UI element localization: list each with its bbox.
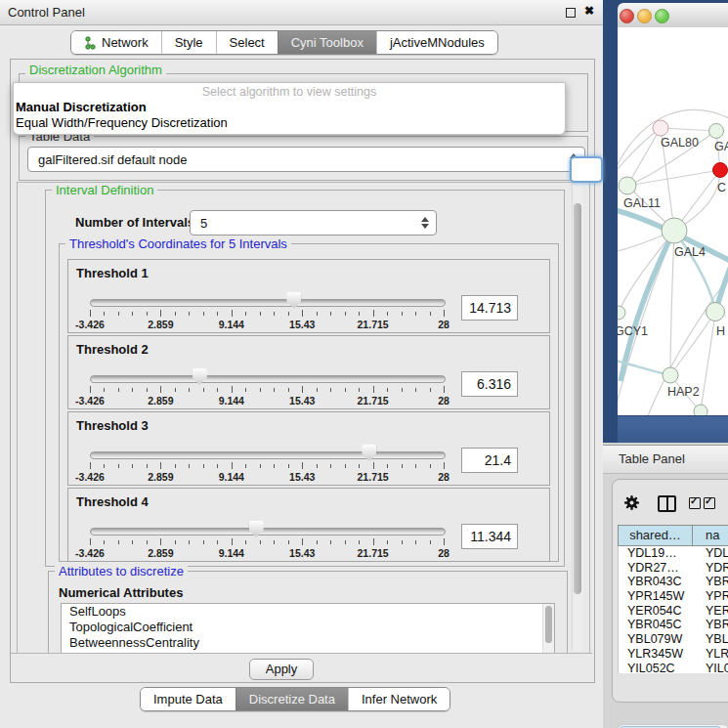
float-icon[interactable]: [566, 8, 576, 18]
checkbox-icon-2[interactable]: [704, 497, 715, 509]
vertical-scrollbar[interactable]: [572, 184, 583, 651]
algorithm-combobox[interactable]: [570, 156, 603, 183]
node-label: GAL4: [674, 245, 706, 259]
cell-name[interactable]: YDR2: [693, 561, 728, 576]
tab-style[interactable]: Style: [161, 31, 216, 54]
numerical-attributes-list[interactable]: SelfLoopsTopologicalCoefficientBetweenne…: [61, 603, 555, 654]
cell-name[interactable]: YBL0: [693, 632, 728, 647]
threshold-3-slider[interactable]: -3.4262.8599.14415.4321.71528: [90, 450, 444, 479]
num-intervals-spinner[interactable]: 5: [190, 210, 437, 236]
cell-shared-name[interactable]: YBR045C: [619, 618, 693, 632]
cell-shared-name[interactable]: YLR345W: [619, 647, 693, 662]
close-traffic-light-icon[interactable]: [620, 9, 634, 23]
table-row[interactable]: YDL19…YDL1: [619, 546, 728, 561]
cell-name[interactable]: YBR0: [693, 618, 728, 632]
cell-shared-name[interactable]: YDR27…: [619, 561, 693, 576]
cell-shared-name[interactable]: YBR043C: [619, 575, 693, 589]
tab-discretize-data[interactable]: Discretize Data: [236, 688, 348, 710]
table-row[interactable]: YBR043CYBR0: [619, 575, 728, 589]
network-node[interactable]: [663, 367, 678, 383]
network-node[interactable]: [694, 405, 707, 415]
vertical-scrollbar-thumb[interactable]: [574, 203, 581, 594]
network-canvas[interactable]: GAL80GACGAL11GAL4GCY1HHAP2: [618, 27, 728, 415]
threshold-4-value-input[interactable]: 11.344: [461, 524, 518, 549]
threshold-1-value-input[interactable]: 14.713: [461, 295, 518, 321]
threshold-4-slider[interactable]: -3.4262.8599.14415.4321.71528: [90, 526, 444, 555]
slider-tick-labels: -3.4262.8599.14415.4321.71528: [90, 319, 444, 330]
columns-icon[interactable]: [658, 495, 676, 512]
slider-track[interactable]: [90, 451, 446, 459]
table-row[interactable]: YER054CYER0: [619, 604, 728, 619]
minimize-traffic-light-icon[interactable]: [637, 9, 652, 23]
cell-shared-name[interactable]: YER054C: [619, 604, 693, 619]
tick-mark: [274, 312, 275, 316]
tab-impute-data[interactable]: Impute Data: [141, 688, 236, 710]
list-scrollbar[interactable]: [542, 604, 554, 653]
cell-shared-name[interactable]: YIL052C: [619, 662, 693, 674]
tick-mark: [118, 540, 119, 544]
tab-infer-network-label: Infer Network: [362, 692, 437, 707]
table-row[interactable]: YBR045CYBR0: [619, 618, 728, 632]
attribute-list-item[interactable]: BetweennessCentrality: [62, 635, 554, 651]
network-node[interactable]: [619, 177, 636, 194]
cell-shared-name[interactable]: YPR145W: [619, 589, 693, 604]
network-edge[interactable]: [621, 231, 674, 381]
column-header-shared-name[interactable]: shared…: [619, 526, 693, 545]
cell-name[interactable]: YPR1: [693, 589, 728, 604]
slider-track[interactable]: [90, 375, 446, 383]
threshold-3-value-input[interactable]: 21.4: [461, 448, 518, 473]
close-icon[interactable]: ✖: [584, 4, 594, 18]
slider-track[interactable]: [90, 528, 446, 535]
slider-tick-labels: -3.4262.8599.14415.4321.71528: [90, 471, 444, 483]
network-node[interactable]: [618, 306, 625, 320]
zoom-traffic-light-icon[interactable]: [655, 9, 669, 23]
popup-option-equal-width[interactable]: Equal Width/Frequency Discretization: [14, 115, 565, 131]
network-window-titlebar[interactable]: [618, 3, 728, 28]
table-row[interactable]: YDR27…YDR2: [619, 561, 728, 576]
cell-shared-name[interactable]: YDL19…: [619, 546, 693, 561]
horizontal-scrollbar[interactable]: [618, 724, 728, 728]
network-node[interactable]: [653, 120, 668, 136]
network-node[interactable]: [707, 303, 725, 321]
cell-name[interactable]: YDL1: [693, 546, 728, 561]
network-edge[interactable]: [661, 128, 716, 131]
list-scrollbar-thumb[interactable]: [545, 606, 552, 643]
network-edge[interactable]: [618, 231, 674, 415]
tab-jactivemnodules[interactable]: jActiveMNodules: [376, 31, 497, 54]
apply-button[interactable]: Apply: [249, 659, 314, 680]
table-row[interactable]: YIL052CYIL0: [619, 662, 728, 674]
network-node[interactable]: [713, 163, 728, 178]
network-edge[interactable]: [627, 170, 720, 186]
tick-mark: [288, 388, 289, 392]
tab-infer-network[interactable]: Infer Network: [348, 688, 450, 710]
checkbox-icon-1[interactable]: [689, 497, 701, 509]
tab-cyni-toolbox[interactable]: Cyni Toolbox: [278, 31, 376, 54]
network-edge[interactable]: [627, 128, 661, 186]
cell-name[interactable]: YER0: [693, 604, 728, 619]
column-header-name[interactable]: na: [693, 526, 728, 545]
network-edge[interactable]: [670, 312, 715, 375]
tab-network[interactable]: Network: [71, 31, 161, 54]
cell-name[interactable]: YBR0: [693, 575, 728, 589]
cell-name[interactable]: YIL0: [693, 662, 728, 674]
network-node[interactable]: [662, 218, 687, 243]
slider-track[interactable]: [90, 299, 446, 307]
network-graph[interactable]: GAL80GACGAL11GAL4GCY1HHAP2: [618, 27, 728, 415]
table-row[interactable]: YPR145WYPR1: [619, 589, 728, 604]
network-node[interactable]: [709, 124, 724, 139]
cell-name[interactable]: YLR3: [693, 647, 728, 662]
threshold-1-slider[interactable]: -3.4262.8599.14415.4321.71528: [90, 297, 444, 326]
popup-option-manual[interactable]: Manual Discretization: [14, 100, 565, 115]
network-edge[interactable]: [701, 312, 715, 411]
table-row[interactable]: YLR345WYLR3: [619, 647, 728, 662]
attribute-list-item[interactable]: SelfLoops: [62, 604, 554, 620]
threshold-2-value-input[interactable]: 6.316: [461, 371, 518, 397]
table-data-combobox[interactable]: galFiltered.sif default node: [27, 147, 585, 172]
attribute-list-item[interactable]: TopologicalCoefficient: [62, 620, 554, 635]
cell-shared-name[interactable]: YBL079W: [619, 632, 693, 647]
tick-label: 9.144: [219, 471, 244, 483]
tab-select[interactable]: Select: [216, 31, 278, 54]
threshold-2-slider[interactable]: -3.4262.8599.14415.4321.71528: [90, 373, 444, 403]
gear-icon[interactable]: [623, 494, 640, 511]
table-row[interactable]: YBL079WYBL0: [619, 632, 728, 647]
